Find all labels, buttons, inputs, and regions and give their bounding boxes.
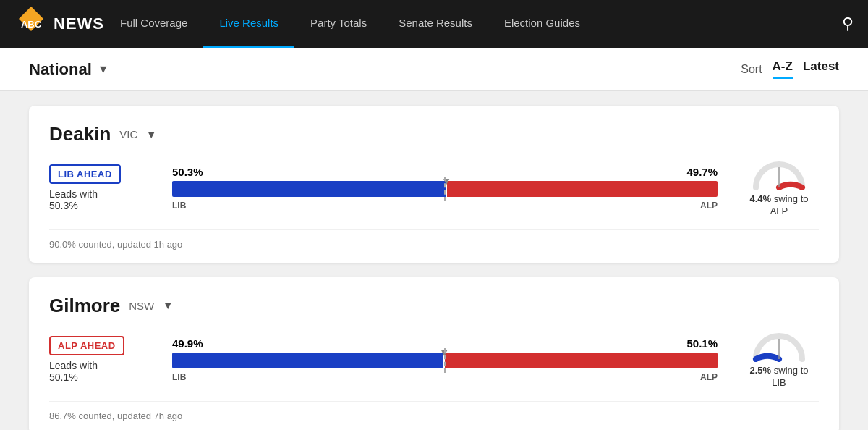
electorate-name-gilmore: Gilmore <box>49 295 120 317</box>
bar-labels-deakin: LIB ALP <box>172 201 718 211</box>
electorate-card-gilmore: Gilmore NSW ▼ ALP AHEAD Leads with 50.1%… <box>29 277 839 430</box>
swing-text-deakin: 4.4% swing to ALP <box>750 193 809 218</box>
news-logo-text: NEWS <box>54 14 104 33</box>
alp-ahead-badge-gilmore: ALP AHEAD <box>49 336 124 355</box>
nav-senate-results[interactable]: Senate Results <box>383 0 488 48</box>
state-dropdown-icon-deakin[interactable]: ▼ <box>146 129 156 140</box>
lib-label-deakin: LIB <box>172 201 186 211</box>
card-footer-deakin: 90.0% counted, updated 1h ago <box>49 229 819 250</box>
midpoint-line-gilmore <box>444 348 446 373</box>
sort-latest-button[interactable]: Latest <box>803 59 839 79</box>
swing-gauge-deakin <box>750 159 808 190</box>
lib-bar-gilmore <box>172 353 443 368</box>
sort-controls: Sort A-Z Latest <box>741 59 839 79</box>
alp-label-deakin: ALP <box>700 201 718 211</box>
abc-logo-icon: ABC <box>14 7 48 41</box>
alp-pct-deakin: 49.7% <box>686 166 718 178</box>
card-body-gilmore: ALP AHEAD Leads with 50.1% 49.9% 50.1% ▼ <box>49 330 819 389</box>
nav-live-results[interactable]: Live Results <box>203 0 294 48</box>
state-badge-deakin: VIC <box>119 128 137 140</box>
card-footer-gilmore: 86.7% counted, updated 7h ago <box>49 401 819 421</box>
nav-election-guides[interactable]: Election Guides <box>488 0 596 48</box>
nav-party-totals[interactable]: Party Totals <box>294 0 383 48</box>
subheader: National ▼ Sort A-Z Latest <box>0 48 868 91</box>
swing-section-gilmore: 2.5% swing to LIB <box>739 330 819 389</box>
search-icon[interactable]: ⚲ <box>842 14 854 33</box>
lib-label-gilmore: LIB <box>172 372 186 382</box>
lib-pct-deakin: 50.3% <box>172 166 203 178</box>
sort-az-button[interactable]: A-Z <box>773 59 793 79</box>
marker-deakin: ▼ <box>441 175 451 187</box>
bar-container-gilmore: ▼ <box>172 353 718 368</box>
nav-full-coverage[interactable]: Full Coverage <box>104 0 203 48</box>
electorate-card-deakin: Deakin VIC ▼ LIB AHEAD Leads with 50.3% … <box>29 106 839 263</box>
main-content: Deakin VIC ▼ LIB AHEAD Leads with 50.3% … <box>0 91 868 430</box>
region-selector[interactable]: National ▼ <box>29 60 109 79</box>
card-header-deakin: Deakin VIC ▼ <box>49 123 819 146</box>
swing-gauge-gilmore <box>750 330 808 362</box>
main-nav: Full Coverage Live Results Party Totals … <box>104 0 842 48</box>
status-block-deakin: LIB AHEAD Leads with 50.3% <box>49 164 150 211</box>
bar-section-deakin: 50.3% 49.7% ▼ LIB ALP <box>172 166 718 211</box>
state-dropdown-icon-gilmore[interactable]: ▼ <box>163 300 173 311</box>
abc-logo: ABC NEWS <box>14 7 104 41</box>
state-badge-gilmore: NSW <box>129 300 154 312</box>
alp-pct-gilmore: 50.1% <box>686 337 718 350</box>
bar-labels-gilmore: LIB ALP <box>172 372 718 382</box>
lib-ahead-badge-deakin: LIB AHEAD <box>49 164 121 184</box>
site-header: ABC NEWS Full Coverage Live Results Part… <box>0 0 868 48</box>
leads-text-deakin: Leads with 50.3% <box>49 188 98 211</box>
status-block-gilmore: ALP AHEAD Leads with 50.1% <box>49 336 150 383</box>
bar-container-deakin: ▼ <box>172 181 718 197</box>
card-body-deakin: LIB AHEAD Leads with 50.3% 50.3% 49.7% ▼ <box>49 159 819 218</box>
leads-text-gilmore: Leads with 50.1% <box>49 360 98 383</box>
swing-text-gilmore: 2.5% swing to LIB <box>750 365 809 389</box>
swing-section-deakin: 4.4% swing to ALP <box>739 159 819 218</box>
alp-label-gilmore: ALP <box>700 372 718 382</box>
svg-text:ABC: ABC <box>21 19 42 30</box>
region-label: National <box>29 60 92 79</box>
electorate-name-deakin: Deakin <box>49 123 111 146</box>
midpoint-line-deakin <box>444 177 446 201</box>
region-dropdown-icon: ▼ <box>98 63 109 76</box>
sort-label: Sort <box>741 63 762 76</box>
bar-section-gilmore: 49.9% 50.1% ▼ LIB ALP <box>172 337 718 382</box>
card-header-gilmore: Gilmore NSW ▼ <box>49 295 819 317</box>
alp-bar-gilmore <box>445 353 718 368</box>
lib-pct-gilmore: 49.9% <box>172 337 203 350</box>
lib-bar-deakin <box>172 181 446 197</box>
alp-bar-deakin <box>447 181 718 197</box>
